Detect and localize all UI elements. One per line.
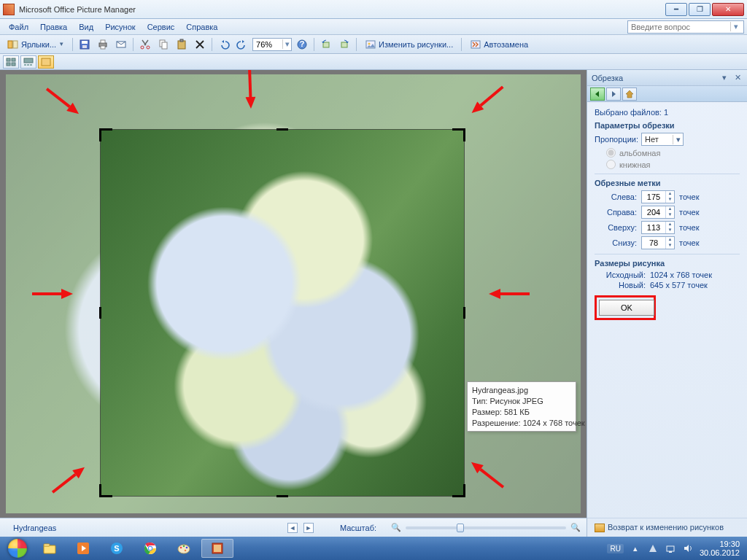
panel-back-button[interactable] [590, 88, 605, 101]
crop-handle-tr[interactable] [452, 128, 465, 141]
start-button[interactable] [3, 538, 32, 559]
chevron-down-icon[interactable]: ▾ [282, 39, 291, 49]
crop-left-spinner[interactable]: ▲▼ [641, 190, 675, 203]
crop-bottom-spinner[interactable]: ▲▼ [641, 236, 675, 249]
spin-up[interactable]: ▲ [666, 222, 674, 228]
rotate-left-button[interactable] [318, 36, 334, 52]
crop-right-input[interactable] [642, 206, 665, 218]
panel-forward-button[interactable] [606, 88, 621, 101]
svg-rect-47 [669, 551, 672, 553]
minimize-button[interactable]: ━ [665, 3, 687, 16]
auto-correct-button[interactable]: Автозамена [465, 36, 533, 52]
taskbar-chrome[interactable] [134, 539, 166, 558]
crop-rectangle[interactable] [101, 130, 464, 496]
canvas[interactable]: Hydrangeas.jpg Тип: Рисунок JPEG Размер:… [0, 70, 587, 518]
spin-up[interactable]: ▲ [666, 206, 674, 212]
orientation-portrait-radio[interactable] [606, 160, 616, 169]
panel-menu-button[interactable]: ▾ [719, 73, 729, 83]
delete-button[interactable] [192, 36, 208, 52]
crop-handle-top[interactable] [276, 128, 288, 131]
chevron-down-icon[interactable]: ▾ [730, 22, 740, 31]
print-button[interactable] [95, 36, 111, 52]
zoom-in-button[interactable]: 🔍 [570, 523, 581, 533]
orientation-landscape-radio[interactable] [606, 148, 616, 158]
crop-left-input[interactable] [642, 191, 665, 203]
svg-rect-29 [30, 64, 32, 66]
taskbar-picture-manager[interactable] [201, 539, 233, 558]
crop-handle-tl[interactable] [99, 128, 112, 141]
crop-handle-bottom[interactable] [276, 495, 288, 497]
spin-down[interactable]: ▼ [666, 197, 674, 203]
svg-rect-30 [42, 58, 50, 66]
tray-network-icon[interactable] [665, 542, 676, 554]
mail-button[interactable] [113, 36, 129, 52]
crop-handle-right[interactable] [463, 307, 465, 319]
shortcuts-button[interactable]: Ярлыки... ▼ [3, 36, 69, 52]
rotate-left-icon [320, 39, 332, 50]
tray-volume-icon[interactable] [682, 542, 694, 554]
tray-clock[interactable]: 19:30 30.06.2012 [700, 540, 740, 557]
zoom-slider[interactable] [406, 526, 566, 529]
undo-button[interactable] [216, 36, 232, 52]
panel-home-button[interactable] [622, 88, 637, 101]
crop-right-spinner[interactable]: ▲▼ [641, 206, 675, 219]
help-button[interactable]: ? [294, 36, 310, 52]
crop-top-spinner[interactable]: ▲▼ [641, 221, 675, 234]
menu-view[interactable]: Вид [73, 21, 99, 33]
proportions-combo[interactable]: Нет ▾ [641, 133, 684, 146]
crop-top-input[interactable] [642, 222, 665, 233]
spin-up[interactable]: ▲ [666, 191, 674, 197]
copy-button[interactable] [155, 36, 171, 52]
view-single-button[interactable] [38, 55, 54, 69]
spin-down[interactable]: ▼ [666, 228, 674, 233]
ok-button[interactable]: OK [599, 300, 654, 316]
panel-close-button[interactable]: ✕ [732, 73, 743, 83]
ask-question-input[interactable] [628, 23, 730, 31]
crop-bottom-input[interactable] [642, 237, 665, 249]
language-indicator[interactable]: RU [607, 544, 623, 553]
menu-service[interactable]: Сервис [142, 21, 181, 33]
cut-button[interactable] [137, 36, 153, 52]
tray-up-icon[interactable]: ▴ [630, 542, 641, 554]
redo-button[interactable] [234, 36, 250, 52]
tray-action-center-icon[interactable] [647, 542, 659, 554]
taskbar-skype[interactable]: S [101, 539, 133, 558]
menu-file[interactable]: Файл [3, 21, 34, 33]
spin-down[interactable]: ▼ [666, 212, 674, 218]
crop-handle-bl[interactable] [99, 484, 112, 497]
taskbar-paint[interactable] [168, 539, 200, 558]
orientation-portrait[interactable]: книжная [606, 160, 740, 169]
copy-icon [158, 39, 169, 50]
paste-button[interactable] [174, 36, 190, 52]
zoom-slider-thumb[interactable] [457, 524, 464, 532]
next-image-button[interactable]: ► [303, 523, 314, 533]
rotate-right-button[interactable] [336, 36, 352, 52]
orientation-landscape[interactable]: альбомная [606, 148, 740, 158]
spin-down[interactable]: ▼ [666, 243, 674, 249]
save-button[interactable] [77, 36, 93, 52]
filmstrip-icon [23, 58, 34, 66]
svg-rect-46 [667, 546, 674, 551]
spin-up[interactable]: ▲ [666, 237, 674, 243]
view-thumbnails-button[interactable] [3, 55, 19, 69]
crop-handle-br[interactable] [452, 484, 465, 497]
chevron-down-icon[interactable]: ▾ [673, 135, 683, 144]
taskbar-explorer[interactable] [34, 539, 66, 558]
chevron-down-icon: ▼ [58, 41, 64, 47]
zoom-label: Масштаб: [340, 524, 376, 532]
ask-question-combo[interactable]: ▾ [627, 20, 744, 34]
view-filmstrip-button[interactable] [20, 55, 36, 69]
zoom-out-button[interactable]: 🔍 [391, 523, 401, 533]
crop-handle-left[interactable] [99, 307, 101, 319]
menu-picture[interactable]: Рисунок [99, 21, 142, 33]
edit-pictures-button[interactable]: Изменить рисунки... [360, 36, 457, 52]
zoom-combo[interactable]: 76% ▾ [252, 38, 292, 51]
back-to-edit-link[interactable]: Возврат к изменению рисунков [595, 523, 724, 532]
menu-edit[interactable]: Правка [34, 21, 73, 33]
menu-help[interactable]: Справка [180, 21, 223, 33]
close-button[interactable]: ✕ [712, 3, 744, 16]
tooltip-size: Размер: 581 КБ [472, 407, 571, 418]
prev-image-button[interactable]: ◄ [287, 523, 298, 533]
taskbar-mediaplayer[interactable] [67, 539, 99, 558]
maximize-button[interactable]: ❐ [689, 3, 711, 16]
